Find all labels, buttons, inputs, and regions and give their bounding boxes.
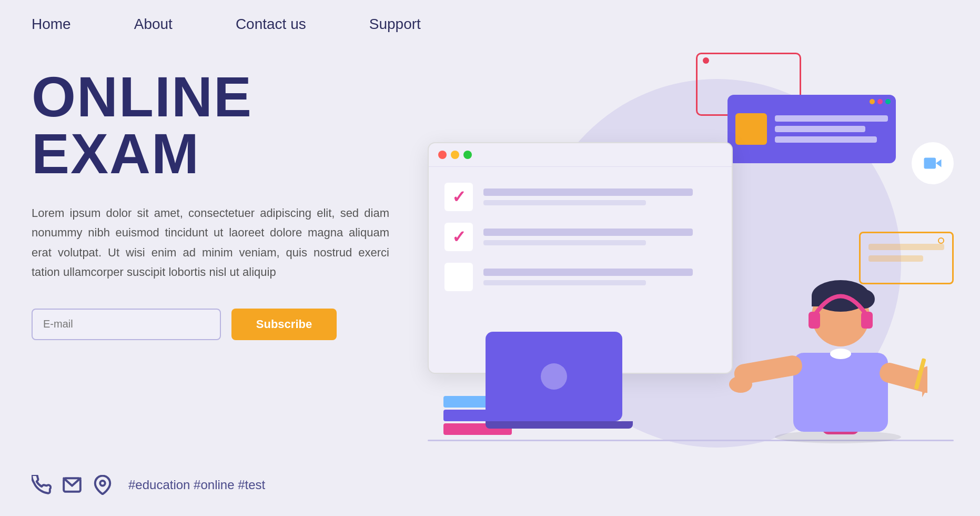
laptop-base [486, 421, 633, 429]
checklist-item-1: ✓ [444, 183, 716, 211]
svg-rect-2 [924, 158, 936, 169]
checkbox-3 [444, 263, 473, 291]
browser-dot-yellow [451, 151, 459, 159]
nav-contact[interactable]: Contact us [236, 16, 306, 33]
hashtags: #education #online #test [128, 478, 265, 492]
subscribe-button[interactable]: Subscribe [231, 309, 337, 340]
left-content: ONLINE EXAM Lorem ipsum dolor sit amet, … [32, 68, 389, 340]
svg-rect-4 [793, 353, 888, 432]
checklist-item-3 [444, 263, 716, 291]
card-lines [775, 115, 888, 143]
svg-point-5 [830, 349, 851, 359]
svg-rect-11 [861, 312, 873, 329]
item-lines-3 [483, 269, 716, 285]
main-title: ONLINE EXAM [32, 68, 389, 182]
video-icon [923, 154, 942, 173]
footer-bar: #education #online #test [32, 475, 265, 495]
svg-point-1 [100, 481, 105, 486]
browser-dot-green [463, 151, 472, 159]
nav-home[interactable]: Home [32, 16, 71, 33]
laptop-circle-logo [541, 363, 567, 390]
nav-about[interactable]: About [134, 16, 173, 33]
laptop-screen [486, 332, 622, 421]
checklist-item-2: ✓ [444, 223, 716, 251]
description-text: Lorem ipsum dolor sit amet, consectetuer… [32, 203, 389, 282]
checkbox-1: ✓ [444, 183, 473, 211]
illustration: ✓ ✓ [401, 26, 980, 479]
subscription-form: Subscribe [32, 309, 389, 340]
svg-point-13 [729, 376, 752, 393]
checkmark-1: ✓ [452, 187, 466, 207]
email-icon [62, 475, 82, 495]
phone-icon [32, 475, 52, 495]
student-figure [691, 211, 927, 448]
browser-dot-red [438, 151, 447, 159]
checkmark-2: ✓ [452, 227, 466, 247]
video-circle [912, 142, 954, 184]
checkbox-2: ✓ [444, 223, 473, 251]
card-purple [728, 95, 896, 163]
svg-rect-10 [809, 312, 820, 329]
location-icon [93, 475, 113, 495]
item-lines-2 [483, 229, 716, 245]
svg-point-3 [775, 431, 901, 443]
card-orange-square [735, 113, 767, 145]
laptop [486, 332, 633, 437]
item-lines-1 [483, 188, 716, 205]
checklist: ✓ ✓ [429, 167, 732, 307]
email-input[interactable] [32, 309, 221, 340]
browser-titlebar [429, 143, 732, 167]
